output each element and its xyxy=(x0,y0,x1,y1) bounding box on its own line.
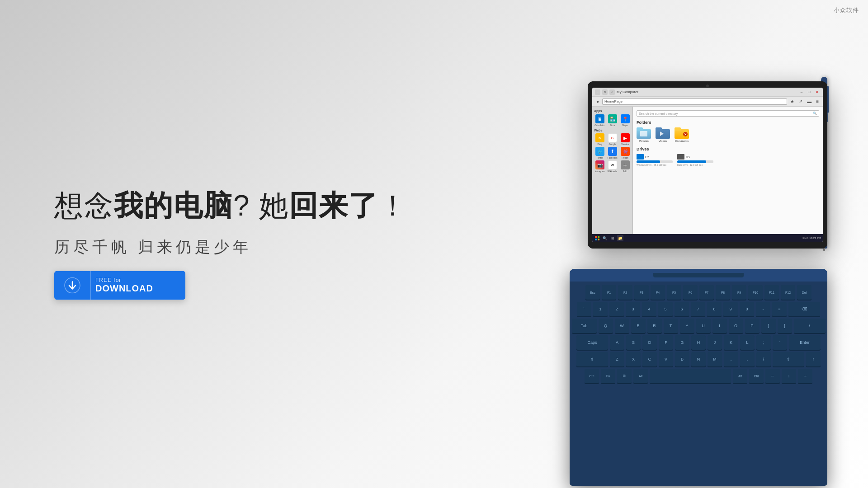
key-ctrl-l[interactable]: Ctrl xyxy=(585,369,599,383)
key-win[interactable]: ⊞ xyxy=(617,369,632,383)
taskbar-app-btn[interactable]: 📁 xyxy=(617,235,623,241)
key-enter[interactable]: Enter xyxy=(789,335,821,350)
key-f10[interactable]: F10 xyxy=(748,285,763,300)
web-instagram[interactable]: 📷 Instagram xyxy=(594,160,605,173)
key-semicolon[interactable]: ; xyxy=(756,335,771,350)
web-reddit[interactable]: 👾 Reddit xyxy=(619,147,631,159)
key-v[interactable]: V xyxy=(659,352,673,366)
key-space[interactable] xyxy=(650,369,731,383)
key-2[interactable]: 2 xyxy=(609,302,624,316)
key-shift-l[interactable]: ⇧ xyxy=(576,352,608,366)
win-minimize-btn[interactable]: – xyxy=(798,89,805,95)
key-tab[interactable]: Tab xyxy=(572,319,597,333)
key-h[interactable]: H xyxy=(691,335,706,350)
key-1[interactable]: 1 xyxy=(593,302,608,316)
key-down[interactable]: ↓ xyxy=(782,369,796,383)
key-right[interactable]: → xyxy=(798,369,812,383)
key-alt-r[interactable]: Alt xyxy=(733,369,747,383)
win-toolbar-share-icon[interactable]: ↗ xyxy=(797,98,804,105)
win-toolbar-tab-icon[interactable]: ▬ xyxy=(806,98,813,105)
win-maximize-btn[interactable]: □ xyxy=(806,89,812,95)
key-backtick[interactable]: ` xyxy=(577,302,591,316)
key-ctrl-r[interactable]: Ctrl xyxy=(749,369,764,383)
win-search-bar[interactable]: Search the current directory 🔍 xyxy=(637,110,819,117)
win-toolbar-star-icon[interactable]: ★ xyxy=(789,98,796,105)
taskbar-search-btn[interactable]: 🔍 xyxy=(602,235,608,241)
key-y[interactable]: Y xyxy=(680,319,694,333)
drive-c[interactable]: C:\ Windows Drive - 55.0 GB free xyxy=(637,154,673,166)
key-caps[interactable]: Caps xyxy=(576,335,608,350)
key-3[interactable]: 3 xyxy=(626,302,640,316)
key-period[interactable]: . xyxy=(740,352,755,366)
key-equal[interactable]: = xyxy=(772,302,787,316)
key-f2[interactable]: F2 xyxy=(618,285,632,300)
app-maps[interactable]: 📍 Maps xyxy=(619,114,631,127)
key-f12[interactable]: F12 xyxy=(781,285,795,300)
key-5[interactable]: 5 xyxy=(658,302,673,316)
web-add[interactable]: + Add xyxy=(619,160,631,173)
key-f4[interactable]: F4 xyxy=(651,285,665,300)
web-wikipedia[interactable]: W Wikipedia xyxy=(607,160,618,173)
win-back-btn[interactable]: ← xyxy=(595,89,600,95)
key-q[interactable]: Q xyxy=(599,319,613,333)
key-shift-r[interactable]: ⇧ xyxy=(773,352,804,366)
taskbar-start-btn[interactable] xyxy=(594,235,600,241)
key-alt-l[interactable]: Alt xyxy=(633,369,648,383)
web-facebook[interactable]: f Facebook xyxy=(607,147,618,159)
web-bing[interactable]: b Bing xyxy=(594,133,605,145)
app-calculator[interactable]: 🖩 Calculator xyxy=(594,114,605,127)
drive-d[interactable]: D:\ Data Drive - 12.0 GB free xyxy=(677,154,713,166)
web-twitter[interactable]: 🐦 Twitter xyxy=(594,147,605,159)
win-close-btn[interactable]: ✕ xyxy=(814,89,820,95)
key-w[interactable]: W xyxy=(615,319,629,333)
key-f7[interactable]: F7 xyxy=(699,285,714,300)
key-lbracket[interactable]: [ xyxy=(761,319,776,333)
key-j[interactable]: J xyxy=(708,335,722,350)
key-z[interactable]: Z xyxy=(610,352,624,366)
key-comma[interactable]: , xyxy=(724,352,738,366)
key-8[interactable]: 8 xyxy=(707,302,722,316)
key-u[interactable]: U xyxy=(696,319,711,333)
folder-documents[interactable]: ✕ Documents xyxy=(675,127,689,142)
win-toolbar-menu-icon[interactable]: ≡ xyxy=(815,98,820,105)
key-9[interactable]: 9 xyxy=(723,302,738,316)
key-s[interactable]: S xyxy=(626,335,641,350)
key-fn-key[interactable]: Fn xyxy=(601,369,615,383)
key-f8[interactable]: F8 xyxy=(716,285,730,300)
key-a[interactable]: A xyxy=(610,335,624,350)
web-google[interactable]: G Google xyxy=(607,133,618,145)
key-b[interactable]: B xyxy=(675,352,689,366)
taskbar-task-btn[interactable]: ⊞ xyxy=(609,235,616,241)
key-f1[interactable]: F1 xyxy=(602,285,616,300)
key-minus[interactable]: - xyxy=(756,302,770,316)
key-e[interactable]: E xyxy=(631,319,646,333)
key-t[interactable]: T xyxy=(664,319,678,333)
key-l[interactable]: L xyxy=(740,335,755,350)
key-f9[interactable]: F9 xyxy=(732,285,746,300)
key-rbracket[interactable]: ] xyxy=(778,319,792,333)
web-youtube[interactable]: ▶ Youtube xyxy=(619,133,631,145)
key-backspace[interactable]: ⌫ xyxy=(788,302,820,316)
download-button[interactable]: FREE for DOWNLOAD xyxy=(54,271,185,300)
key-left[interactable]: ← xyxy=(765,369,780,383)
key-r[interactable]: R xyxy=(647,319,662,333)
key-del[interactable]: Del xyxy=(797,285,811,300)
folder-videos[interactable]: Videos xyxy=(656,127,670,142)
key-f5[interactable]: F5 xyxy=(667,285,681,300)
key-x[interactable]: X xyxy=(626,352,641,366)
key-7[interactable]: 7 xyxy=(691,302,705,316)
key-k[interactable]: K xyxy=(724,335,738,350)
key-0[interactable]: 0 xyxy=(740,302,754,316)
key-up[interactable]: ↑ xyxy=(806,352,821,366)
key-esc[interactable]: Esc xyxy=(585,285,600,300)
folder-pictures[interactable]: Pictures xyxy=(637,127,651,142)
key-quote[interactable]: ' xyxy=(773,335,787,350)
key-m[interactable]: M xyxy=(708,352,722,366)
app-store[interactable]: 🏪 Store xyxy=(607,114,618,127)
key-f6[interactable]: F6 xyxy=(683,285,698,300)
key-i[interactable]: I xyxy=(712,319,727,333)
key-f[interactable]: F xyxy=(659,335,673,350)
key-f3[interactable]: F3 xyxy=(634,285,649,300)
key-backslash[interactable]: \ xyxy=(794,319,826,333)
key-g[interactable]: G xyxy=(675,335,689,350)
